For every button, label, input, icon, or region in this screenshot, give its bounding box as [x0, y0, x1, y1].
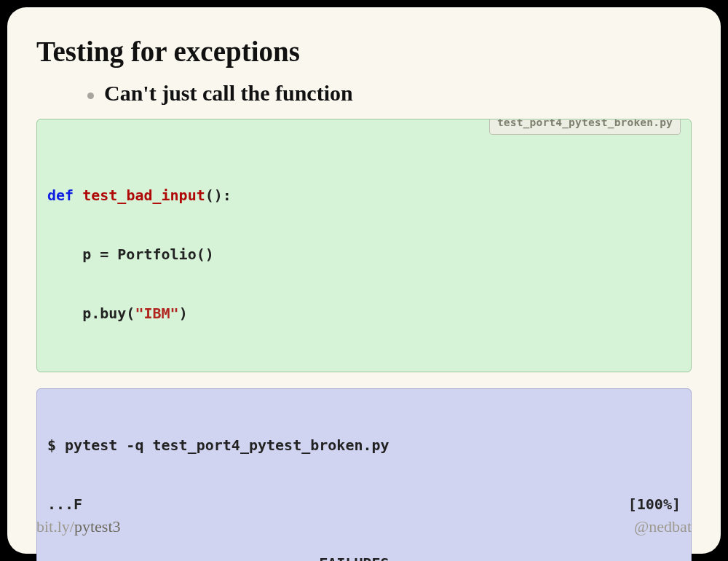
footer-right: @nedbat	[634, 517, 692, 536]
slide-footer: bit.ly/pytest3 @nedbat	[36, 517, 692, 536]
code-line: ============================== FAILURES …	[47, 554, 681, 561]
token-text: ():	[205, 187, 232, 204]
bullet-list: Can't just call the function	[36, 81, 692, 106]
slide-card: Testing for exceptions Can't just call t…	[7, 7, 721, 554]
footer-main: pytest3	[74, 517, 121, 536]
footer-prefix: bit.ly/	[36, 517, 74, 536]
footer-left: bit.ly/pytest3	[36, 517, 121, 536]
code-line: $ pytest -q test_port4_pytest_broken.py	[47, 436, 681, 455]
code-line: def test_bad_input():	[47, 186, 681, 205]
token-text: p.buy(	[47, 305, 135, 322]
file-badge: test_port4_pytest_broken.py	[489, 119, 681, 135]
token-function: test_bad_input	[82, 187, 205, 204]
code-right: [100%]	[628, 495, 681, 514]
token-text: )	[179, 305, 188, 322]
bullet-dot-icon	[87, 93, 94, 99]
code-block-green: test_port4_pytest_broken.py def test_bad…	[36, 119, 692, 372]
code-line: p = Portfolio()	[47, 245, 681, 264]
page-title: Testing for exceptions	[36, 35, 692, 68]
code-left: ...F	[47, 495, 82, 514]
token-keyword: def	[47, 187, 82, 204]
code-line: ...F[100%]	[47, 495, 681, 514]
bullet-item: Can't just call the function	[87, 81, 692, 106]
token-string: "IBM"	[135, 305, 178, 322]
code-line: p.buy("IBM")	[47, 304, 681, 323]
bullet-text: Can't just call the function	[104, 81, 353, 106]
